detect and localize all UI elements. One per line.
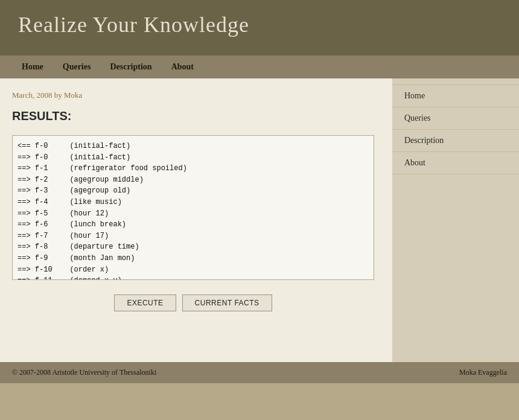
page-header: Realize Your Knowledge bbox=[0, 0, 519, 56]
sidebar-item-home[interactable]: Home bbox=[392, 84, 519, 107]
current-facts-button[interactable]: CURRENT FACTS bbox=[182, 294, 272, 311]
nav-home[interactable]: Home bbox=[12, 57, 53, 77]
navbar: Home Queries Description About bbox=[0, 56, 519, 78]
post-date: March, 2008 by Moka bbox=[12, 91, 374, 100]
main-layout: March, 2008 by Moka RESULTS: EXECUTE CUR… bbox=[0, 78, 519, 362]
buttons-row: EXECUTE CURRENT FACTS bbox=[12, 294, 374, 311]
sidebar-item-about[interactable]: About bbox=[392, 152, 519, 174]
footer: © 2007-2008 Aristotle University of Thes… bbox=[0, 362, 519, 383]
nav-description[interactable]: Description bbox=[100, 57, 161, 77]
sidebar-item-description[interactable]: Description bbox=[392, 130, 519, 152]
sidebar: Home Queries Description About bbox=[392, 78, 519, 362]
results-label: RESULTS: bbox=[12, 109, 374, 123]
footer-left: © 2007-2008 Aristotle University of Thes… bbox=[12, 368, 156, 377]
results-box-wrapper bbox=[12, 135, 374, 282]
execute-button[interactable]: EXECUTE bbox=[114, 294, 176, 311]
sidebar-item-queries[interactable]: Queries bbox=[392, 107, 519, 130]
results-textarea[interactable] bbox=[12, 135, 374, 280]
nav-queries[interactable]: Queries bbox=[53, 57, 101, 77]
nav-about[interactable]: About bbox=[162, 57, 203, 77]
footer-right: Moka Evaggelia bbox=[459, 368, 507, 377]
content-area: March, 2008 by Moka RESULTS: EXECUTE CUR… bbox=[0, 78, 392, 362]
page-title: Realize Your Knowledge bbox=[18, 12, 501, 37]
